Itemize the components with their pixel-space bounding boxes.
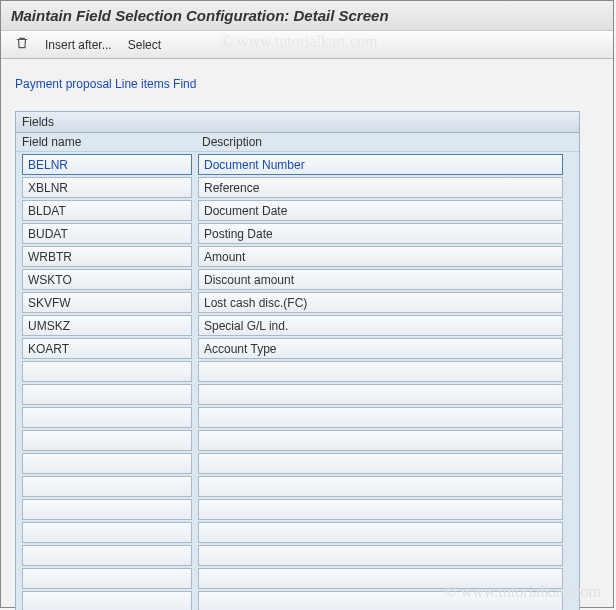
table-row bbox=[22, 315, 573, 336]
field-name-input[interactable] bbox=[22, 522, 192, 543]
field-description-input[interactable] bbox=[198, 223, 563, 244]
column-header-fieldname: Field name bbox=[22, 135, 202, 149]
field-description-input[interactable] bbox=[198, 430, 563, 451]
table-row bbox=[22, 430, 573, 451]
table-row bbox=[22, 476, 573, 497]
table-row bbox=[22, 522, 573, 543]
field-name-input[interactable] bbox=[22, 315, 192, 336]
field-name-input[interactable] bbox=[22, 223, 192, 244]
field-description-input[interactable] bbox=[198, 292, 563, 313]
table-row bbox=[22, 568, 573, 589]
field-name-input[interactable] bbox=[22, 361, 192, 382]
field-description-input[interactable] bbox=[198, 200, 563, 221]
field-description-input[interactable] bbox=[198, 568, 563, 589]
field-description-input[interactable] bbox=[198, 315, 563, 336]
field-description-input[interactable] bbox=[198, 361, 563, 382]
field-description-input[interactable] bbox=[198, 269, 563, 290]
fields-rows-container bbox=[16, 152, 579, 610]
field-description-input[interactable] bbox=[198, 177, 563, 198]
table-row bbox=[22, 384, 573, 405]
title-bar: Maintain Field Selection Configuration: … bbox=[1, 1, 613, 31]
field-description-input[interactable] bbox=[198, 407, 563, 428]
fields-box-title: Fields bbox=[16, 112, 579, 133]
table-row bbox=[22, 545, 573, 566]
column-header-description: Description bbox=[202, 135, 573, 149]
table-row bbox=[22, 223, 573, 244]
field-name-input[interactable] bbox=[22, 430, 192, 451]
toolbar: Insert after... Select bbox=[1, 31, 613, 59]
field-name-input[interactable] bbox=[22, 154, 192, 175]
table-row bbox=[22, 407, 573, 428]
insert-after-button[interactable]: Insert after... bbox=[39, 36, 118, 54]
table-row bbox=[22, 200, 573, 221]
field-name-input[interactable] bbox=[22, 591, 192, 610]
breadcrumb-link[interactable]: Payment proposal Line items Find bbox=[15, 77, 196, 91]
delete-button[interactable] bbox=[9, 34, 35, 55]
field-name-input[interactable] bbox=[22, 453, 192, 474]
field-name-input[interactable] bbox=[22, 292, 192, 313]
field-name-input[interactable] bbox=[22, 384, 192, 405]
field-description-input[interactable] bbox=[198, 522, 563, 543]
field-name-input[interactable] bbox=[22, 476, 192, 497]
table-row bbox=[22, 499, 573, 520]
field-description-input[interactable] bbox=[198, 338, 563, 359]
field-name-input[interactable] bbox=[22, 177, 192, 198]
field-name-input[interactable] bbox=[22, 568, 192, 589]
field-name-input[interactable] bbox=[22, 545, 192, 566]
table-row bbox=[22, 591, 573, 610]
field-name-input[interactable] bbox=[22, 269, 192, 290]
field-description-input[interactable] bbox=[198, 499, 563, 520]
table-row bbox=[22, 453, 573, 474]
page-title: Maintain Field Selection Configuration: … bbox=[11, 7, 389, 24]
field-description-input[interactable] bbox=[198, 591, 563, 610]
field-description-input[interactable] bbox=[198, 476, 563, 497]
table-row bbox=[22, 338, 573, 359]
field-name-input[interactable] bbox=[22, 200, 192, 221]
table-row bbox=[22, 246, 573, 267]
table-row bbox=[22, 292, 573, 313]
app-window: © www.tutorialkart.com Maintain Field Se… bbox=[0, 0, 614, 608]
select-button[interactable]: Select bbox=[122, 36, 167, 54]
table-row bbox=[22, 154, 573, 175]
field-description-input[interactable] bbox=[198, 384, 563, 405]
table-row bbox=[22, 269, 573, 290]
table-row bbox=[22, 177, 573, 198]
table-row bbox=[22, 361, 573, 382]
field-description-input[interactable] bbox=[198, 453, 563, 474]
field-name-input[interactable] bbox=[22, 407, 192, 428]
field-name-input[interactable] bbox=[22, 338, 192, 359]
content-area: Payment proposal Line items Find Fields … bbox=[1, 59, 613, 610]
field-name-input[interactable] bbox=[22, 499, 192, 520]
field-description-input[interactable] bbox=[198, 545, 563, 566]
field-description-input[interactable] bbox=[198, 246, 563, 267]
fields-columns-header: Field name Description bbox=[16, 133, 579, 152]
field-name-input[interactable] bbox=[22, 246, 192, 267]
fields-box: Fields Field name Description bbox=[15, 111, 580, 610]
trash-icon bbox=[15, 36, 29, 53]
field-description-input[interactable] bbox=[198, 154, 563, 175]
